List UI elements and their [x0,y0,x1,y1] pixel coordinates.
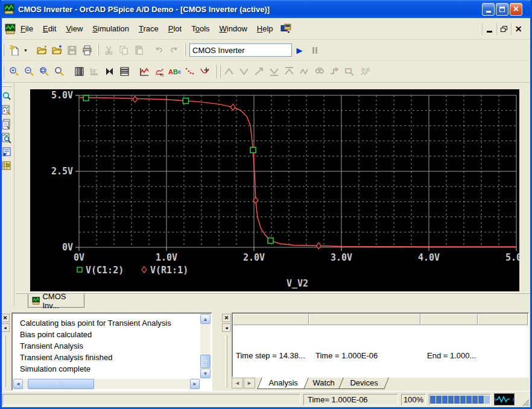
zoom-area-button[interactable] [37,65,52,79]
new-file-button[interactable] [7,43,22,57]
menu-item-simulation[interactable]: Simulation [87,22,134,36]
view-simulation-results-button[interactable] [0,103,13,117]
menu-item-plot[interactable]: Plot [163,22,186,36]
title-bar[interactable]: CMOS Inverter - OrCAD PSpice A/D Demo - … [0,0,532,18]
output-close-button[interactable]: ✕ [1,314,10,322]
paste-button[interactable] [131,43,147,57]
performance-analysis-button[interactable] [117,65,132,79]
zoom-out-button[interactable] [22,65,37,79]
menu-item-tools[interactable]: Tools [186,22,214,36]
log-y-axis-button[interactable] [87,65,102,79]
dock-grip[interactable] [2,85,12,87]
open-file-button[interactable] [34,43,49,57]
child-minimize-button[interactable] [482,23,496,35]
eval-goal-function-button[interactable]: x₀ [152,65,167,79]
child-restore-button[interactable] [496,23,511,35]
log-x-axis-button[interactable] [72,65,87,79]
menu-item-file[interactable]: File [16,22,38,36]
undo-button[interactable] [151,43,166,57]
cursor-max-button[interactable] [282,65,297,79]
toolbar-grip[interactable] [219,65,221,78]
cursor-peak-button[interactable] [221,65,236,79]
plot-window[interactable]: 0V2.5V5.0V0V1.0V2.0V3.0V4.0V5.0VV(C1:2)V… [30,89,519,291]
view-schematic-button[interactable] [0,159,13,173]
cursor-next-transition-button[interactable] [327,65,342,79]
document-tab[interactable]: CMOS Inv... [28,294,84,308]
tab-scroll-right-button[interactable]: ► [244,378,255,388]
cursor-point-button[interactable] [297,65,312,79]
fft-button[interactable] [102,65,117,79]
header-cell [309,314,420,325]
copy-button[interactable] [116,43,131,57]
tab-analysis[interactable]: Analysis [257,378,309,389]
new-file-dropdown[interactable]: ▼ [22,43,30,57]
toolbar-grip[interactable] [215,65,217,78]
run-simulation-button[interactable]: ▶ [292,43,307,57]
output-collapse-button[interactable]: ◄ [1,323,10,332]
tab-devices[interactable]: Devices [338,378,389,389]
svg-text:1.0V: 1.0V [156,252,177,263]
save-button[interactable] [65,43,80,57]
scroll-down-button[interactable]: ▼ [200,369,211,378]
add-trace-button[interactable] [137,65,152,79]
window-title: CMOS Inverter - OrCAD PSpice A/D Demo - … [18,5,482,14]
progress-bar [430,396,490,404]
append-file-button[interactable] [49,43,65,57]
minimize-button[interactable] [482,3,495,16]
mark-label-button[interactable] [342,65,357,79]
svg-text:2.0V: 2.0V [243,252,265,263]
menu-item-window[interactable]: Window [215,22,252,36]
document-system-icon[interactable] [5,24,16,34]
output-vertical-scrollbar[interactable]: ▲ ▼ [200,314,211,378]
toolbar-grip[interactable] [2,43,4,57]
close-button[interactable]: ✕ [510,3,522,16]
status-close-button[interactable]: ✕ [222,314,231,322]
dock-grip[interactable] [225,335,227,387]
resize-grip[interactable] [521,398,530,407]
zoom-fit-button[interactable] [52,65,67,79]
scroll-up-button[interactable]: ▲ [200,314,211,324]
mark-data-points-button[interactable] [182,65,197,79]
view-probe-cursor-button[interactable] [0,89,13,103]
output-horizontal-scrollbar[interactable]: ◄ ► [13,379,200,389]
scroll-right-button[interactable]: ► [190,379,200,389]
scroll-thumb[interactable] [28,379,94,389]
plot-window-edge [16,293,530,294]
cursor-slope-button[interactable] [252,65,267,79]
toggle-cursor-button[interactable] [197,65,212,79]
zoom-in-button[interactable] [7,65,22,79]
tab-watch-label: Watch [313,378,335,387]
menu-item-view[interactable]: View [61,22,87,36]
cursor-search-button[interactable] [312,65,327,79]
menu-item-edit[interactable]: Edit [38,22,61,36]
cut-button[interactable] [101,43,116,57]
cursor-trough-button[interactable] [236,65,252,79]
tab-analysis-label: Analysis [268,378,297,387]
toolbar-grip[interactable] [97,43,99,57]
maximize-button[interactable] [496,3,508,16]
tab-scroll-left-button[interactable]: ◄ [232,378,243,388]
view-output-file-button[interactable] [0,117,13,131]
dock-grip[interactable] [4,335,6,387]
scroll-thumb[interactable] [200,355,211,368]
toolbar-grip[interactable] [184,43,186,57]
print-button[interactable] [80,43,95,57]
view-dock-toolbar [0,83,14,306]
output-listbox[interactable]: Calculating bias point for Transient Ana… [11,312,212,391]
simulation-profile-combobox[interactable] [189,43,292,57]
plot-canvas[interactable]: 0V2.5V5.0V0V1.0V2.0V3.0V4.0V5.0VV(C1:2)V… [30,89,519,291]
status-collapse-button[interactable]: ◄ [222,323,231,332]
redo-button[interactable] [166,43,182,57]
child-close-button[interactable]: ✕ [511,23,525,35]
window-arrange-icon[interactable] [280,24,291,34]
text-label-button[interactable]: ABc [167,65,182,79]
cursor-min-button[interactable] [267,65,282,79]
menu-item-trace[interactable]: Trace [134,22,163,36]
menu-item-help[interactable]: Help [252,22,278,36]
mark-point-xy-button[interactable]: (x,y) [357,65,372,79]
pause-simulation-button[interactable] [307,43,322,57]
view-simulation-queue-button[interactable] [0,145,13,159]
toolbar-grip[interactable] [2,65,4,78]
view-circuit-file-button[interactable] [0,131,13,145]
scroll-left-button[interactable]: ◄ [13,379,23,389]
